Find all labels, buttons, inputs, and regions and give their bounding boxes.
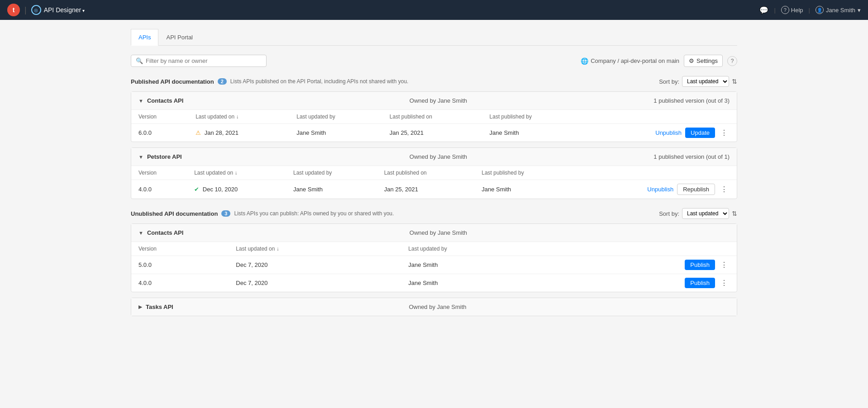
more-button[interactable]: ⋮	[719, 184, 730, 195]
more-button[interactable]: ⋮	[719, 128, 730, 138]
version-cell: 4.0.0	[131, 274, 229, 292]
col-version: Version	[131, 110, 188, 124]
col-last-published-by: Last published by	[482, 110, 582, 124]
toolbar: 🔍 🌐 Company / api-dev-portal on main ⚙ S…	[131, 55, 737, 67]
globe-icon: 🌐	[581, 57, 588, 65]
published-sort-icon[interactable]: ⇅	[732, 78, 737, 85]
app-logo: t	[7, 4, 20, 16]
company-link-text: Company / api-dev-portal on main	[591, 57, 679, 64]
help-circle-icon[interactable]: ?	[727, 56, 737, 66]
unpublished-tasks-api-name: Tasks API	[146, 304, 340, 310]
published-petstore-api-owner: Owned by Jane Smith	[341, 153, 535, 160]
help-icon: ?	[781, 6, 789, 14]
published-count-badge: 2	[218, 78, 227, 85]
unpublished-tasks-api-group: ▶ Tasks API Owned by Jane Smith	[131, 298, 737, 316]
col-last-updated-by: Last updated by	[286, 166, 377, 180]
search-icon: 🔍	[136, 57, 143, 64]
unpublished-contacts-api-header: ▼ Contacts API Owned by Jane Smith	[131, 224, 737, 242]
publish-button-5.0.0[interactable]: Publish	[685, 260, 715, 270]
col-version: Version	[131, 166, 187, 180]
published-petstore-api-header: ▼ Petstore API Owned by Jane Smith 1 pub…	[131, 148, 737, 166]
settings-button[interactable]: ⚙ Settings	[684, 55, 723, 67]
unpublished-section-header: Unublished API documentation 3 Lists API…	[131, 208, 737, 219]
help-label: Help	[791, 7, 803, 14]
republish-button[interactable]: Republish	[677, 184, 715, 195]
unpublished-count-badge: 3	[221, 210, 230, 217]
user-menu[interactable]: 👤 Jane Smith ▾	[816, 6, 861, 14]
published-contacts-api-versions-summary: 1 published version (out of 3)	[535, 97, 730, 104]
published-petstore-api-group: ▼ Petstore API Owned by Jane Smith 1 pub…	[131, 147, 737, 199]
user-icon: 👤	[816, 6, 824, 14]
chat-icon[interactable]: 💬	[759, 6, 768, 14]
col-last-published-on: Last published on	[382, 110, 482, 124]
col-last-published-by: Last published by	[474, 166, 571, 180]
unpublished-tasks-api-owner: Owned by Jane Smith	[340, 304, 535, 310]
published-petstore-api-versions-summary: 1 published version (out of 1)	[535, 153, 730, 160]
unpublished-sort-row: Sort by: Last updated Name Owner ⇅	[659, 208, 737, 219]
unpublished-tasks-api-header: ▶ Tasks API Owned by Jane Smith	[131, 298, 737, 316]
unpublish-button[interactable]: Unpublish	[647, 186, 673, 193]
petstore-api-chevron[interactable]: ▼	[138, 154, 143, 160]
brand-icon: ◎	[31, 5, 41, 15]
more-button[interactable]: ⋮	[719, 260, 730, 270]
published-contacts-api-header: ▼ Contacts API Owned by Jane Smith 1 pub…	[131, 92, 737, 110]
unpublished-contacts-api-owner: Owned by Jane Smith	[341, 229, 535, 236]
top-nav: t | ◎ API Designer 💬 | ? Help | 👤 Jane S…	[0, 0, 868, 20]
table-row: 5.0.0 Dec 7, 2020 Jane Smith Publish ⋮	[131, 256, 737, 274]
table-row: 4.0.0 ✔ Dec 10, 2020 Jane Smith Jan 25, …	[131, 180, 737, 199]
tab-apis[interactable]: APIs	[131, 29, 158, 46]
published-contacts-version-table: Version Last updated on ↓ Last updated b…	[131, 110, 737, 142]
last-updated-on-value: Jan 28, 2021	[205, 129, 238, 136]
search-input[interactable]	[146, 57, 262, 64]
contacts-api-chevron[interactable]: ▼	[138, 98, 143, 104]
nav-separator: |	[24, 5, 27, 15]
actions-cell: Unpublish Update ⋮	[582, 124, 737, 142]
last-published-by-cell: Jane Smith	[474, 180, 571, 199]
published-petstore-api-name: Petstore API	[147, 153, 341, 160]
col-version: Version	[131, 242, 229, 256]
app-name[interactable]: API Designer	[44, 6, 85, 14]
published-description: Lists APIs published on the API Portal, …	[230, 78, 409, 85]
sep1: |	[774, 7, 775, 14]
last-updated-by-cell: Jane Smith	[286, 180, 377, 199]
help-link[interactable]: ? Help	[781, 6, 803, 14]
search-box[interactable]: 🔍	[131, 55, 267, 67]
col-last-updated-by: Last updated by	[289, 110, 382, 124]
published-petstore-version-table: Version Last updated on ↓ Last updated b…	[131, 166, 737, 199]
published-contacts-api-owner: Owned by Jane Smith	[341, 97, 535, 104]
published-sort-select[interactable]: Last updated Name Owner	[682, 76, 729, 87]
unpublished-contacts-version-table: Version Last updated on ↓ Last updated b…	[131, 242, 737, 292]
table-row: 6.0.0 ⚠ Jan 28, 2021 Jane Smith Jan 25, …	[131, 124, 737, 142]
actions-cell: Publish ⋮	[560, 274, 737, 292]
update-button[interactable]: Update	[685, 128, 715, 138]
actions-cell: Publish ⋮	[560, 256, 737, 274]
last-updated-on-cell: Dec 7, 2020	[229, 256, 401, 274]
last-updated-by-cell: Jane Smith	[401, 256, 560, 274]
gear-icon: ⚙	[689, 57, 694, 64]
warning-icon: ⚠	[196, 129, 201, 136]
check-icon: ✔	[194, 186, 199, 193]
user-chevron: ▾	[858, 7, 861, 14]
last-updated-on-value: Dec 10, 2020	[203, 186, 238, 193]
tasks-api-chevron[interactable]: ▶	[138, 304, 142, 310]
tab-api-portal[interactable]: API Portal	[158, 29, 200, 46]
unpublished-contacts-api-chevron[interactable]: ▼	[138, 230, 143, 236]
col-last-updated-on: Last updated on ↓	[187, 166, 286, 180]
unpublished-description: Lists APIs you can publish: APIs owned b…	[234, 210, 394, 217]
published-contacts-api-group: ▼ Contacts API Owned by Jane Smith 1 pub…	[131, 91, 737, 142]
last-updated-on-cell: ⚠ Jan 28, 2021	[188, 124, 289, 142]
unpublish-button[interactable]: Unpublish	[655, 129, 682, 136]
main-tabs: APIs API Portal	[131, 29, 737, 46]
company-link[interactable]: 🌐 Company / api-dev-portal on main	[581, 57, 679, 65]
last-published-by-cell: Jane Smith	[482, 124, 582, 142]
more-button[interactable]: ⋮	[719, 278, 730, 288]
unpublished-contacts-api-name: Contacts API	[147, 229, 341, 236]
user-name: Jane Smith	[826, 7, 855, 14]
last-updated-on-cell: Dec 7, 2020	[229, 274, 401, 292]
version-cell: 4.0.0	[131, 180, 187, 199]
publish-button-4.0.0[interactable]: Publish	[685, 278, 715, 288]
version-cell: 5.0.0	[131, 256, 229, 274]
last-updated-by-cell: Jane Smith	[401, 274, 560, 292]
unpublished-sort-select[interactable]: Last updated Name Owner	[682, 208, 729, 219]
unpublished-sort-icon[interactable]: ⇅	[732, 210, 737, 217]
